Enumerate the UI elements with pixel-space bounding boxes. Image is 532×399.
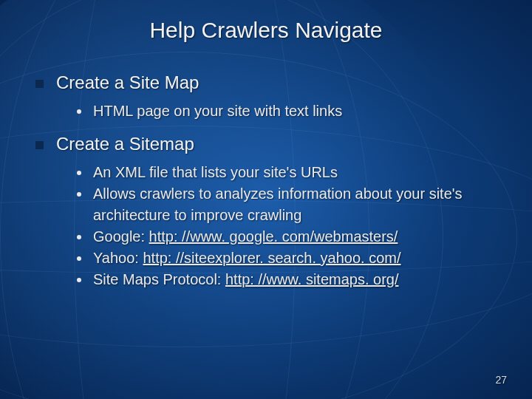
dot-bullet-icon [77, 278, 81, 282]
bullet-list-level1: Create a Site Map HTML page on your site… [30, 72, 502, 290]
slide: Help Crawlers Navigate Create a Site Map… [0, 0, 532, 399]
list-item-prefix: Site Maps Protocol: [93, 271, 225, 287]
link-sitemaps-protocol[interactable]: http: //www. sitemaps. org/ [225, 271, 399, 287]
list-item: Google: http: //www. google. com/webmast… [77, 226, 502, 248]
list-item: Site Maps Protocol: http: //www. sitemap… [77, 269, 502, 290]
page-number: 27 [495, 374, 507, 386]
list-item-text: An XML file that lists your site's URLs [93, 164, 338, 180]
list-item: Yahoo: http: //siteexplorer. search. yah… [77, 248, 502, 269]
list-item: An XML file that lists your site's URLs [77, 162, 502, 183]
bullet-list-level2: An XML file that lists your site's URLs … [56, 162, 502, 290]
square-bullet-icon [35, 141, 44, 149]
list-item: Allows crawlers to analyzes information … [77, 183, 502, 226]
section-sitemap: Create a Sitemap An XML file that lists … [35, 134, 502, 290]
dot-bullet-icon [77, 192, 81, 197]
section-heading: Create a Site Map [56, 72, 199, 92]
section-heading: Create a Sitemap [56, 134, 194, 154]
dot-bullet-icon [77, 171, 81, 175]
slide-title: Help Crawlers Navigate [30, 18, 502, 43]
section-site-map: Create a Site Map HTML page on your site… [35, 72, 502, 122]
square-bullet-icon [35, 80, 44, 88]
dot-bullet-icon [77, 235, 81, 239]
list-item: HTML page on your site with text links [77, 100, 502, 122]
list-item-prefix: Google: [93, 228, 149, 245]
bullet-list-level2: HTML page on your site with text links [56, 100, 502, 122]
link-google-webmasters[interactable]: http: //www. google. com/webmasters/ [149, 228, 398, 245]
dot-bullet-icon [77, 109, 81, 114]
list-item-text: Allows crawlers to analyzes information … [93, 185, 463, 223]
list-item-text: HTML page on your site with text links [93, 103, 342, 119]
link-yahoo-siteexplorer[interactable]: http: //siteexplorer. search. yahoo. com… [143, 250, 400, 266]
list-item-prefix: Yahoo: [93, 250, 143, 266]
dot-bullet-icon [77, 256, 81, 261]
